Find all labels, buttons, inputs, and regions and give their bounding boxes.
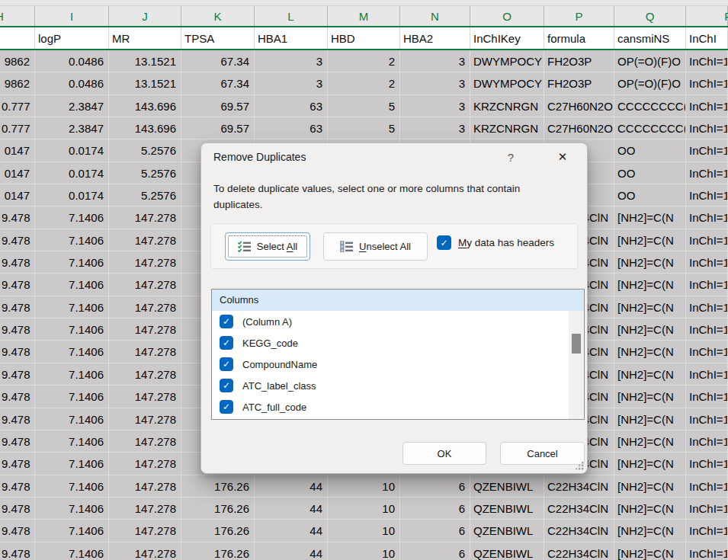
cell[interactable]: 9.478 bbox=[0, 498, 35, 520]
cell[interactable]: 63 bbox=[255, 117, 328, 139]
cell[interactable]: C27H60N2O bbox=[544, 117, 614, 139]
cell[interactable]: 7.1406 bbox=[35, 520, 109, 542]
cell[interactable]: 0.0486 bbox=[35, 72, 109, 94]
cell[interactable]: 9.478 bbox=[0, 229, 35, 251]
cell[interactable]: 0.0174 bbox=[35, 162, 109, 184]
cell[interactable]: DWYMPOCY bbox=[470, 72, 544, 94]
cell[interactable]: 9.478 bbox=[0, 520, 35, 542]
cell[interactable]: 6 bbox=[400, 475, 470, 498]
cell[interactable]: [NH2]=C(N bbox=[614, 206, 686, 229]
column-letter-L[interactable]: L bbox=[255, 6, 328, 26]
cell[interactable]: InChI=1S bbox=[686, 475, 728, 498]
column-list-item[interactable]: ATC_full_code bbox=[212, 396, 584, 418]
cell[interactable]: QZENBIWL bbox=[470, 542, 544, 560]
cell[interactable]: 176.26 bbox=[181, 520, 255, 542]
cell[interactable]: C22H34ClN bbox=[544, 520, 614, 542]
cell[interactable]: 147.278 bbox=[109, 453, 181, 475]
column-letter-Q[interactable]: Q bbox=[614, 6, 686, 26]
cell[interactable]: OO bbox=[614, 184, 686, 206]
cell[interactable]: KRZCNRGN bbox=[470, 95, 544, 117]
cell[interactable]: [NH2]=C(N bbox=[614, 341, 686, 363]
cell[interactable]: 147.278 bbox=[109, 498, 181, 520]
cell[interactable]: 5 bbox=[328, 95, 400, 117]
cell[interactable]: FH2O3P bbox=[544, 72, 614, 94]
cell[interactable]: C22H34ClN bbox=[544, 475, 614, 498]
cell[interactable]: 143.696 bbox=[109, 95, 181, 117]
header-cell[interactable]: logP bbox=[35, 27, 109, 49]
cell[interactable]: InChI=1S bbox=[686, 251, 728, 274]
cell[interactable]: 0147 bbox=[0, 139, 35, 162]
cell[interactable]: 9.478 bbox=[0, 318, 35, 341]
column-letter-H[interactable]: H bbox=[0, 6, 35, 26]
cell[interactable]: 3 bbox=[255, 50, 328, 72]
cell[interactable]: QZENBIWL bbox=[470, 498, 544, 520]
cell[interactable]: 63 bbox=[255, 95, 328, 117]
column-list-item[interactable]: ATC_label_class bbox=[212, 375, 584, 396]
cell[interactable]: 10 bbox=[328, 520, 400, 542]
close-icon[interactable]: ✕ bbox=[550, 146, 575, 168]
cell[interactable]: 13.1521 bbox=[109, 50, 181, 72]
cell[interactable]: [NH2]=C(N bbox=[614, 229, 686, 251]
cell[interactable]: 9.478 bbox=[0, 363, 35, 386]
cell[interactable]: 7.1406 bbox=[35, 296, 109, 318]
column-letter-R[interactable]: R bbox=[686, 6, 728, 26]
cell[interactable]: [NH2]=C(N bbox=[614, 475, 686, 498]
cell[interactable]: 44 bbox=[255, 520, 328, 542]
cell[interactable]: 147.278 bbox=[109, 206, 181, 229]
cell[interactable]: 7.1406 bbox=[35, 386, 109, 408]
cell[interactable]: InChI=1S bbox=[686, 206, 728, 229]
column-letter-P[interactable]: P bbox=[544, 6, 614, 26]
cell[interactable]: 9.478 bbox=[0, 251, 35, 274]
cell[interactable]: InChI=1S bbox=[686, 386, 728, 408]
cell[interactable]: 6 bbox=[400, 498, 470, 520]
cell[interactable]: 9.478 bbox=[0, 296, 35, 318]
column-letter-N[interactable]: N bbox=[400, 6, 470, 26]
cell[interactable]: 0.777 bbox=[0, 117, 35, 139]
cell[interactable]: KRZCNRGN bbox=[470, 117, 544, 139]
cell[interactable]: 7.1406 bbox=[35, 229, 109, 251]
cell[interactable]: 147.278 bbox=[109, 318, 181, 341]
cell[interactable]: 147.278 bbox=[109, 274, 181, 296]
cell[interactable]: 44 bbox=[255, 498, 328, 520]
cell[interactable]: [NH2]=C(N bbox=[614, 386, 686, 408]
cell[interactable]: 5.2576 bbox=[109, 184, 181, 206]
cell[interactable]: 2 bbox=[328, 72, 400, 94]
cell[interactable]: 3 bbox=[400, 95, 470, 117]
cell[interactable]: C22H34ClN bbox=[544, 498, 614, 520]
cell[interactable]: 2.3847 bbox=[35, 95, 109, 117]
cell[interactable]: [NH2]=C(N bbox=[614, 430, 686, 453]
cell[interactable]: 9.478 bbox=[0, 542, 35, 560]
cell[interactable]: 7.1406 bbox=[35, 251, 109, 274]
column-letter-K[interactable]: K bbox=[181, 6, 255, 26]
cell[interactable]: InChI=1S bbox=[686, 162, 728, 184]
cell[interactable]: InChI=1S bbox=[686, 363, 728, 386]
cell[interactable]: [NH2]=C(N bbox=[614, 498, 686, 520]
cell[interactable]: [NH2]=C(N bbox=[614, 520, 686, 542]
cell[interactable]: OP(=O)(F)O bbox=[614, 50, 686, 72]
cell[interactable]: [NH2]=C(N bbox=[614, 453, 686, 475]
cell[interactable]: InChI=1S bbox=[686, 318, 728, 341]
ok-button[interactable]: OK bbox=[402, 442, 486, 465]
cell[interactable]: 147.278 bbox=[109, 363, 181, 386]
cell[interactable]: 9.478 bbox=[0, 475, 35, 498]
cell[interactable]: 7.1406 bbox=[35, 542, 109, 560]
cell[interactable]: InChI=1S bbox=[686, 50, 728, 72]
cell[interactable]: 5 bbox=[328, 117, 400, 139]
cell[interactable]: 9.478 bbox=[0, 274, 35, 296]
select-all-button[interactable]: Select All bbox=[225, 232, 310, 261]
cell[interactable]: 7.1406 bbox=[35, 318, 109, 341]
cell[interactable]: 3 bbox=[400, 117, 470, 139]
cell[interactable]: 13.1521 bbox=[109, 72, 181, 94]
column-list-item[interactable]: CompoundName bbox=[212, 354, 584, 375]
cell[interactable]: 147.278 bbox=[109, 430, 181, 453]
cell[interactable]: CCCCCCCC( bbox=[614, 95, 686, 117]
column-checkbox[interactable] bbox=[220, 357, 233, 371]
cell[interactable]: 147.278 bbox=[109, 542, 181, 560]
cell[interactable]: DWYMPOCY bbox=[470, 50, 544, 72]
cell[interactable]: 147.278 bbox=[109, 520, 181, 542]
cell[interactable]: InChI=1S bbox=[686, 95, 728, 117]
cell[interactable]: 9862 bbox=[0, 72, 35, 94]
cell[interactable]: [NH2]=C(N bbox=[614, 296, 686, 318]
header-cell[interactable] bbox=[0, 27, 35, 49]
column-list-item[interactable]: (Column A) bbox=[212, 311, 584, 332]
